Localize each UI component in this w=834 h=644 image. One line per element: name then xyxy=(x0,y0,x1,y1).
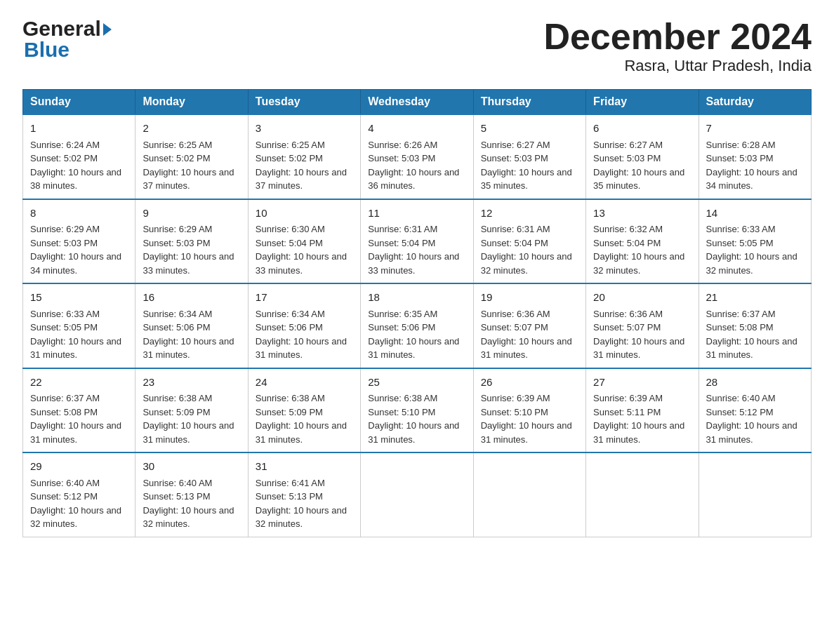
day-info: Sunrise: 6:36 AMSunset: 5:07 PMDaylight:… xyxy=(593,309,684,361)
day-number: 6 xyxy=(593,121,691,137)
day-number: 1 xyxy=(30,121,128,137)
day-number: 7 xyxy=(706,121,804,137)
calendar-cell: 18Sunrise: 6:35 AMSunset: 5:06 PMDayligh… xyxy=(361,283,473,368)
day-info: Sunrise: 6:33 AMSunset: 5:05 PMDaylight:… xyxy=(30,309,121,361)
calendar-week-2: 8Sunrise: 6:29 AMSunset: 5:03 PMDaylight… xyxy=(23,199,812,284)
day-info: Sunrise: 6:40 AMSunset: 5:12 PMDaylight:… xyxy=(30,478,121,530)
calendar-cell: 13Sunrise: 6:32 AMSunset: 5:04 PMDayligh… xyxy=(586,199,699,284)
day-number: 16 xyxy=(143,290,240,306)
calendar-week-3: 15Sunrise: 6:33 AMSunset: 5:05 PMDayligh… xyxy=(23,283,812,368)
calendar-body: 1Sunrise: 6:24 AMSunset: 5:02 PMDaylight… xyxy=(23,114,812,537)
calendar-cell: 21Sunrise: 6:37 AMSunset: 5:08 PMDayligh… xyxy=(699,283,811,368)
calendar-cell: 11Sunrise: 6:31 AMSunset: 5:04 PMDayligh… xyxy=(361,199,473,284)
day-number: 3 xyxy=(256,121,353,137)
day-info: Sunrise: 6:25 AMSunset: 5:02 PMDaylight:… xyxy=(143,140,234,192)
day-info: Sunrise: 6:33 AMSunset: 5:05 PMDaylight:… xyxy=(706,224,797,276)
calendar-cell: 23Sunrise: 6:38 AMSunset: 5:09 PMDayligh… xyxy=(135,368,248,453)
day-number: 24 xyxy=(256,375,353,391)
days-of-week-row: SundayMondayTuesdayWednesdayThursdayFrid… xyxy=(23,90,812,115)
calendar-cell: 14Sunrise: 6:33 AMSunset: 5:05 PMDayligh… xyxy=(699,199,811,284)
day-number: 11 xyxy=(368,206,465,222)
calendar-cell: 6Sunrise: 6:27 AMSunset: 5:03 PMDaylight… xyxy=(586,114,699,199)
calendar-cell: 2Sunrise: 6:25 AMSunset: 5:02 PMDaylight… xyxy=(135,114,248,199)
calendar-header: SundayMondayTuesdayWednesdayThursdayFrid… xyxy=(23,90,812,115)
calendar-week-1: 1Sunrise: 6:24 AMSunset: 5:02 PMDaylight… xyxy=(23,114,812,199)
calendar-cell: 31Sunrise: 6:41 AMSunset: 5:13 PMDayligh… xyxy=(248,452,360,537)
day-info: Sunrise: 6:27 AMSunset: 5:03 PMDaylight:… xyxy=(593,140,684,192)
calendar-title-area: December 2024 Rasra, Uttar Pradesh, Indi… xyxy=(543,17,812,75)
calendar-cell xyxy=(699,452,811,537)
calendar-cell: 16Sunrise: 6:34 AMSunset: 5:06 PMDayligh… xyxy=(135,283,248,368)
day-info: Sunrise: 6:37 AMSunset: 5:08 PMDaylight:… xyxy=(706,309,797,361)
day-number: 21 xyxy=(706,290,804,306)
calendar-cell: 10Sunrise: 6:30 AMSunset: 5:04 PMDayligh… xyxy=(248,199,360,284)
day-number: 20 xyxy=(593,290,691,306)
day-number: 27 xyxy=(593,375,691,391)
day-info: Sunrise: 6:38 AMSunset: 5:09 PMDaylight:… xyxy=(143,393,234,445)
calendar-cell: 24Sunrise: 6:38 AMSunset: 5:09 PMDayligh… xyxy=(248,368,360,453)
day-info: Sunrise: 6:29 AMSunset: 5:03 PMDaylight:… xyxy=(30,224,121,276)
logo-arrow-icon xyxy=(103,23,112,36)
day-number: 13 xyxy=(593,206,691,222)
day-info: Sunrise: 6:24 AMSunset: 5:02 PMDaylight:… xyxy=(30,140,121,192)
day-number: 18 xyxy=(368,290,465,306)
day-number: 26 xyxy=(481,375,578,391)
calendar-week-5: 29Sunrise: 6:40 AMSunset: 5:12 PMDayligh… xyxy=(23,452,812,537)
calendar-cell: 7Sunrise: 6:28 AMSunset: 5:03 PMDaylight… xyxy=(699,114,811,199)
day-number: 19 xyxy=(481,290,578,306)
calendar-cell: 19Sunrise: 6:36 AMSunset: 5:07 PMDayligh… xyxy=(473,283,585,368)
day-info: Sunrise: 6:34 AMSunset: 5:06 PMDaylight:… xyxy=(143,309,234,361)
day-info: Sunrise: 6:37 AMSunset: 5:08 PMDaylight:… xyxy=(30,393,121,445)
day-info: Sunrise: 6:31 AMSunset: 5:04 PMDaylight:… xyxy=(368,224,459,276)
calendar-cell: 4Sunrise: 6:26 AMSunset: 5:03 PMDaylight… xyxy=(361,114,473,199)
day-info: Sunrise: 6:31 AMSunset: 5:04 PMDaylight:… xyxy=(481,224,572,276)
day-number: 17 xyxy=(256,290,353,306)
day-info: Sunrise: 6:29 AMSunset: 5:03 PMDaylight:… xyxy=(143,224,234,276)
day-number: 12 xyxy=(481,206,578,222)
day-info: Sunrise: 6:39 AMSunset: 5:11 PMDaylight:… xyxy=(593,393,684,445)
calendar-cell: 5Sunrise: 6:27 AMSunset: 5:03 PMDaylight… xyxy=(473,114,585,199)
logo-blue-text: Blue xyxy=(22,38,112,62)
calendar-cell: 15Sunrise: 6:33 AMSunset: 5:05 PMDayligh… xyxy=(23,283,135,368)
calendar-cell: 27Sunrise: 6:39 AMSunset: 5:11 PMDayligh… xyxy=(586,368,699,453)
day-number: 8 xyxy=(30,206,128,222)
logo: General Blue xyxy=(22,17,112,62)
day-number: 2 xyxy=(143,121,240,137)
calendar-cell: 29Sunrise: 6:40 AMSunset: 5:12 PMDayligh… xyxy=(23,452,135,537)
calendar-cell: 26Sunrise: 6:39 AMSunset: 5:10 PMDayligh… xyxy=(473,368,585,453)
calendar-cell: 25Sunrise: 6:38 AMSunset: 5:10 PMDayligh… xyxy=(361,368,473,453)
day-info: Sunrise: 6:38 AMSunset: 5:10 PMDaylight:… xyxy=(368,393,459,445)
calendar-cell: 22Sunrise: 6:37 AMSunset: 5:08 PMDayligh… xyxy=(23,368,135,453)
calendar-cell: 28Sunrise: 6:40 AMSunset: 5:12 PMDayligh… xyxy=(699,368,811,453)
calendar-title: December 2024 xyxy=(543,17,812,57)
day-number: 22 xyxy=(30,375,128,391)
day-number: 5 xyxy=(481,121,578,137)
calendar-cell: 9Sunrise: 6:29 AMSunset: 5:03 PMDaylight… xyxy=(135,199,248,284)
day-info: Sunrise: 6:40 AMSunset: 5:13 PMDaylight:… xyxy=(143,478,234,530)
day-info: Sunrise: 6:36 AMSunset: 5:07 PMDaylight:… xyxy=(481,309,572,361)
day-header-tuesday: Tuesday xyxy=(248,90,360,115)
day-info: Sunrise: 6:28 AMSunset: 5:03 PMDaylight:… xyxy=(706,140,797,192)
day-info: Sunrise: 6:35 AMSunset: 5:06 PMDaylight:… xyxy=(368,309,459,361)
day-info: Sunrise: 6:41 AMSunset: 5:13 PMDaylight:… xyxy=(256,478,347,530)
logo-general-text: General xyxy=(22,17,101,41)
day-number: 23 xyxy=(143,375,240,391)
day-info: Sunrise: 6:27 AMSunset: 5:03 PMDaylight:… xyxy=(481,140,572,192)
calendar-cell: 17Sunrise: 6:34 AMSunset: 5:06 PMDayligh… xyxy=(248,283,360,368)
calendar-subtitle: Rasra, Uttar Pradesh, India xyxy=(543,57,812,75)
day-number: 10 xyxy=(256,206,353,222)
day-header-saturday: Saturday xyxy=(699,90,811,115)
calendar-week-4: 22Sunrise: 6:37 AMSunset: 5:08 PMDayligh… xyxy=(23,368,812,453)
day-number: 31 xyxy=(256,459,353,475)
day-number: 15 xyxy=(30,290,128,306)
calendar-cell: 8Sunrise: 6:29 AMSunset: 5:03 PMDaylight… xyxy=(23,199,135,284)
day-number: 30 xyxy=(143,459,240,475)
day-info: Sunrise: 6:25 AMSunset: 5:02 PMDaylight:… xyxy=(256,140,347,192)
calendar-cell: 20Sunrise: 6:36 AMSunset: 5:07 PMDayligh… xyxy=(586,283,699,368)
day-number: 4 xyxy=(368,121,465,137)
calendar-cell: 3Sunrise: 6:25 AMSunset: 5:02 PMDaylight… xyxy=(248,114,360,199)
calendar-cell: 30Sunrise: 6:40 AMSunset: 5:13 PMDayligh… xyxy=(135,452,248,537)
day-number: 9 xyxy=(143,206,240,222)
day-number: 29 xyxy=(30,459,128,475)
day-number: 14 xyxy=(706,206,804,222)
